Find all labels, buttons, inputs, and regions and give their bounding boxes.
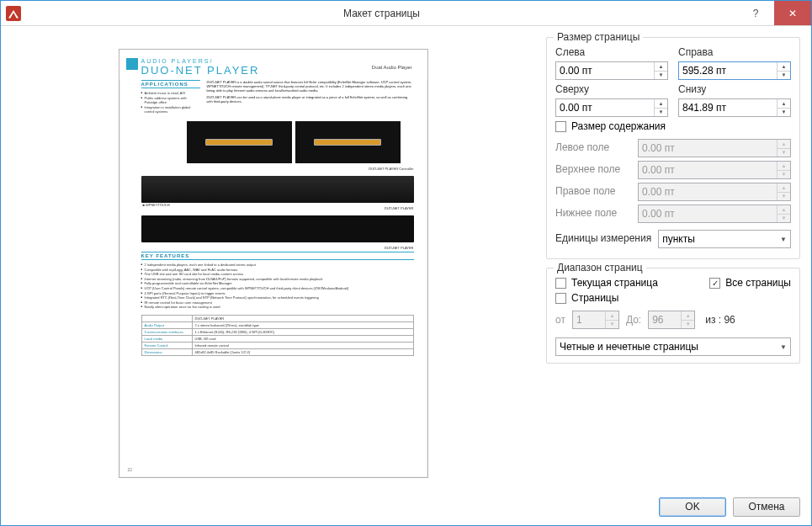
pages-checkbox[interactable] [555, 293, 566, 304]
to-label: До: [626, 314, 641, 326]
margin-right-spinner: ▲▼ [638, 183, 791, 201]
preview-subtitle: Dual Audio Player [372, 65, 412, 70]
margin-bottom-input [639, 205, 777, 222]
chevron-up-icon: ▲ [778, 162, 790, 171]
chevron-down-icon: ▼ [780, 236, 787, 243]
margin-top-input [639, 162, 777, 178]
parity-value: Четные и нечетные страницы [560, 341, 698, 353]
help-icon: ? [753, 8, 759, 19]
chevron-down-icon: ▼ [778, 171, 790, 179]
chevron-down-icon[interactable]: ▼ [655, 109, 667, 117]
units-dropdown[interactable]: пункты▼ [658, 230, 791, 248]
chevron-up-icon: ▲ [778, 140, 790, 149]
window-title: Макет страницы [26, 8, 737, 19]
bottom-spinner[interactable]: ▲▼ [678, 98, 791, 117]
help-button[interactable]: ? [737, 1, 774, 25]
chevron-down-icon[interactable]: ▼ [655, 72, 667, 80]
preview-pane: AUDIO PLAYERS/ DUO-NET PLAYER Dual Audio… [12, 34, 534, 484]
from-spinner: ▲▼ [572, 311, 619, 329]
right-spinner[interactable]: ▲▼ [678, 61, 791, 80]
left-label: Слева [555, 46, 668, 58]
to-input [649, 311, 681, 328]
bottom-label: Снизу [678, 83, 791, 95]
chevron-up-icon[interactable]: ▲ [778, 62, 790, 72]
content-size-label: Размер содержания [571, 120, 666, 132]
margin-top-label: Верхнее поле [555, 163, 631, 175]
app-icon [6, 6, 21, 21]
chevron-down-icon: ▼ [778, 149, 790, 157]
units-label: Единицы измерения [555, 232, 651, 244]
right-label: Справа [678, 46, 791, 58]
chevron-up-icon: ▲ [606, 311, 618, 321]
chevron-down-icon[interactable]: ▼ [778, 109, 790, 117]
all-pages-label: Все страницы [725, 277, 791, 289]
page-range-title: Диапазон страниц [554, 262, 646, 274]
chevron-down-icon: ▼ [606, 321, 618, 329]
content-size-checkbox[interactable] [555, 121, 566, 132]
chevron-down-icon: ▼ [780, 343, 787, 351]
margin-bottom-spinner: ▲▼ [638, 205, 791, 223]
current-page-checkbox-row[interactable]: Текущая страница [555, 277, 658, 289]
pages-checkbox-row[interactable]: Страницы [555, 292, 791, 304]
chevron-down-icon[interactable]: ▼ [778, 72, 790, 80]
left-spinner[interactable]: ▲▼ [555, 61, 668, 80]
all-pages-checkbox[interactable]: ✓ [709, 278, 720, 289]
units-value: пункты [662, 233, 695, 245]
page-range-group: Диапазон страниц Текущая страница ✓Все с… [546, 268, 800, 364]
chevron-down-icon: ▼ [778, 193, 790, 201]
preview-features-title: KEY FEATURES [141, 252, 414, 260]
chevron-up-icon: ▲ [682, 311, 694, 321]
of-total-label: из : 96 [705, 314, 735, 326]
ok-button[interactable]: OK [659, 497, 726, 517]
from-input [573, 311, 605, 328]
chevron-up-icon[interactable]: ▲ [655, 62, 667, 72]
page-preview: AUDIO PLAYERS/ DUO-NET PLAYER Dual Audio… [119, 49, 428, 478]
preview-page-number: 22 [128, 467, 133, 472]
chevron-up-icon: ▲ [778, 205, 790, 215]
margin-left-spinner: ▲▼ [638, 139, 791, 157]
margin-left-input [639, 140, 777, 157]
all-pages-checkbox-row[interactable]: ✓Все страницы [709, 277, 791, 289]
margin-left-label: Левое поле [555, 141, 631, 153]
top-input[interactable] [556, 99, 654, 116]
right-input[interactable] [679, 62, 777, 79]
preview-applications-title: APPLICATIONS [141, 80, 200, 88]
to-spinner: ▲▼ [648, 311, 695, 329]
parity-dropdown[interactable]: Четные и нечетные страницы▼ [555, 337, 791, 356]
top-spinner[interactable]: ▲▼ [555, 98, 668, 117]
current-page-checkbox[interactable] [555, 278, 566, 289]
from-label: от [555, 314, 565, 326]
current-page-label: Текущая страница [571, 277, 658, 289]
left-input[interactable] [556, 62, 654, 79]
cancel-button[interactable]: Отмена [733, 497, 800, 517]
page-size-group: Размер страницы Слева ▲▼ Справа ▲▼ Сверх… [546, 37, 800, 259]
margin-top-spinner: ▲▼ [638, 161, 791, 179]
page-size-title: Размер страницы [554, 31, 643, 43]
chevron-down-icon: ▼ [778, 215, 790, 223]
chevron-down-icon: ▼ [682, 321, 694, 329]
chevron-up-icon[interactable]: ▲ [655, 99, 667, 109]
preview-category: AUDIO PLAYERS/ [141, 58, 414, 64]
chevron-up-icon[interactable]: ▲ [778, 99, 790, 109]
bottom-input[interactable] [679, 99, 777, 116]
window-buttons: ? ✕ [737, 1, 811, 25]
close-icon: ✕ [788, 8, 797, 19]
margin-right-input [639, 183, 777, 200]
chevron-up-icon: ▲ [778, 183, 790, 193]
close-button[interactable]: ✕ [774, 1, 811, 25]
pages-label: Страницы [571, 292, 618, 304]
margin-bottom-label: Нижнее поле [555, 207, 631, 219]
titlebar: Макет страницы ? ✕ [1, 1, 811, 26]
top-label: Сверху [555, 83, 668, 95]
content-size-checkbox-row[interactable]: Размер содержания [555, 120, 791, 132]
margin-right-label: Правое поле [555, 185, 631, 197]
dialog-footer: OK Отмена [0, 487, 812, 526]
